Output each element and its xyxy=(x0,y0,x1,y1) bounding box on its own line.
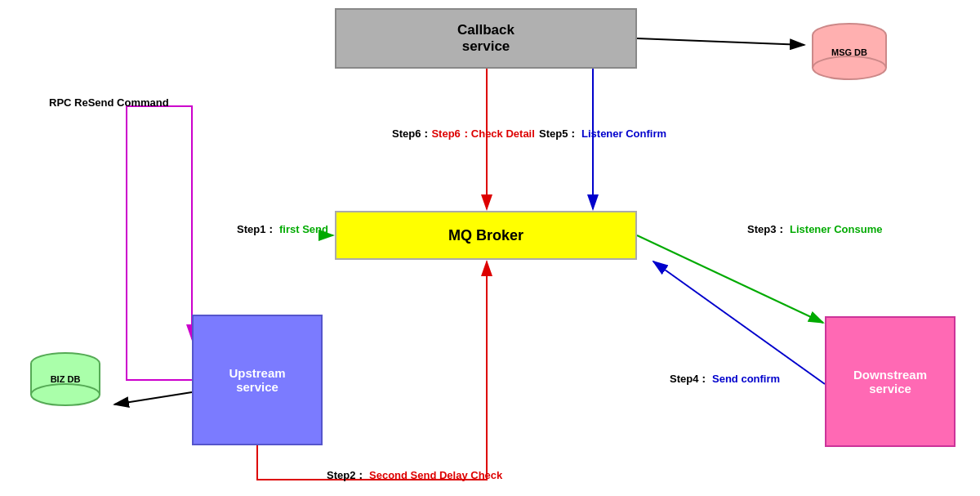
step4-label: Step4： Send confirm xyxy=(670,372,780,387)
step1-label: Step1： first Send xyxy=(237,222,328,237)
svg-point-11 xyxy=(813,56,886,79)
callback-to-msgdb-arrow xyxy=(637,38,804,45)
step3-label: Step3： Listener Consume xyxy=(747,222,882,237)
diagram-container: Callback service MQ Broker Upstream serv… xyxy=(0,0,980,496)
rpc-resend-label: RPC ReSend Command xyxy=(49,96,169,109)
msg-db-text: MSG DB xyxy=(831,47,867,57)
svg-point-16 xyxy=(31,384,100,405)
callback-service-box: Callback service xyxy=(335,8,637,69)
mq-broker-label: MQ Broker xyxy=(448,227,523,244)
step5-label: Step5： Listener Confirm xyxy=(539,127,666,141)
step2-label: Step2： Second Send Delay Check xyxy=(327,468,502,483)
step6-label: Step6：Step6：Check Detail xyxy=(392,127,535,141)
rpc-resend-arrow xyxy=(127,106,192,380)
mq-broker-box: MQ Broker xyxy=(335,211,637,260)
step3-arrow xyxy=(637,235,823,323)
biz-db-text: BIZ DB xyxy=(51,374,81,384)
callback-service-label: Callback service xyxy=(457,22,514,55)
